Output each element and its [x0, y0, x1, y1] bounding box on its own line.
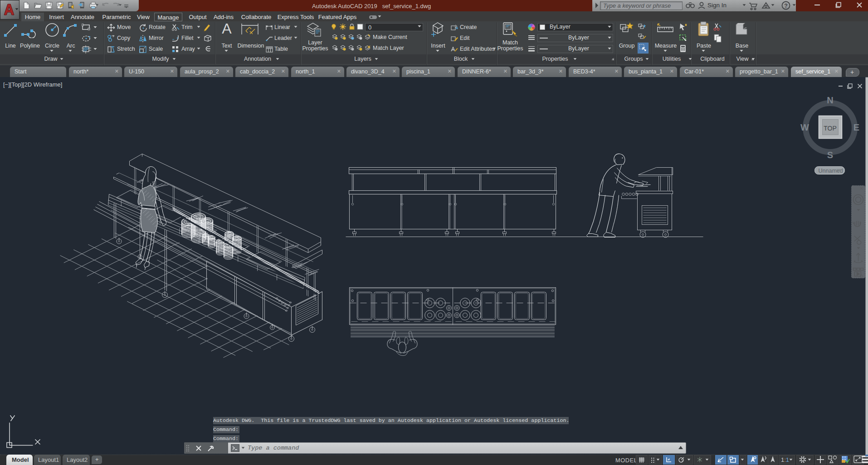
svg-text:?: ? — [784, 3, 788, 9]
svg-text:S: S — [827, 150, 833, 160]
svg-text:A: A — [222, 21, 232, 37]
svg-text:N: N — [827, 95, 833, 105]
svg-text:W: W — [800, 122, 809, 132]
svg-text:E: E — [853, 122, 859, 132]
svg-text:TOP: TOP — [824, 125, 837, 132]
